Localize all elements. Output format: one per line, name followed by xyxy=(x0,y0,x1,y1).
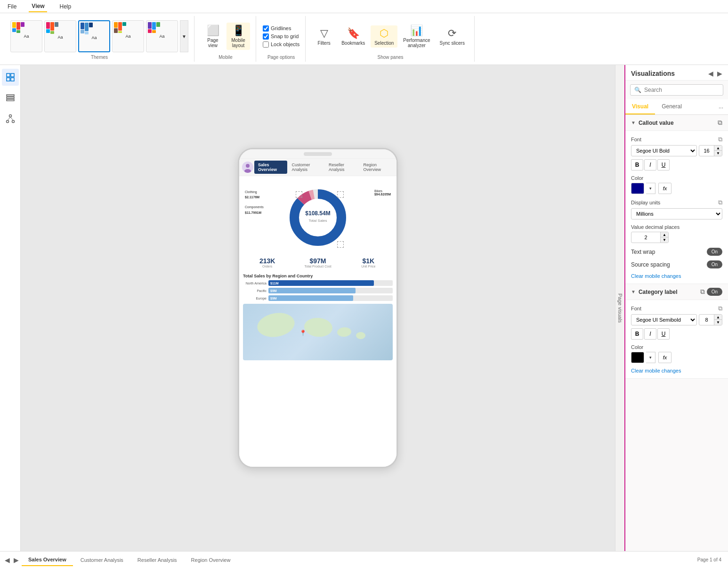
page-view-button[interactable]: ⬜ Pageview xyxy=(201,23,225,50)
tab-prev-btn[interactable]: ◀ xyxy=(3,556,12,564)
tab-next-btn[interactable]: ▶ xyxy=(12,556,21,564)
callout-value-section-header[interactable]: ▼ Callout value ⧉ xyxy=(625,115,728,131)
search-input[interactable] xyxy=(644,87,719,93)
svg-text:$108.54M: $108.54M xyxy=(305,210,330,217)
menu-view[interactable]: View xyxy=(29,1,47,12)
callout-color-swatch[interactable] xyxy=(631,183,644,194)
performance-analyzer-button[interactable]: 📊 Performanceanalyzer xyxy=(399,23,434,50)
callout-text-wrap-row: Text wrap On xyxy=(631,248,722,256)
callout-font-family-select[interactable]: Segoe UI Bold Segoe UI Segoe UI Semibold xyxy=(631,145,697,156)
selection-handle-tl xyxy=(296,191,302,198)
category-italic-btn[interactable]: I xyxy=(644,328,656,340)
callout-color-fx-btn[interactable]: fx xyxy=(658,183,671,194)
menu-help[interactable]: Help xyxy=(57,1,74,12)
lock-objects-checkbox[interactable]: Lock objects xyxy=(263,41,299,48)
kpi-orders-label: Orders xyxy=(244,265,291,268)
report-nav-tabs: Sales Overview Customer Analysis Reselle… xyxy=(254,161,394,174)
nav-tab-reseller-analysis[interactable]: Reseller Analysis xyxy=(325,161,359,174)
lock-objects-input[interactable] xyxy=(263,41,269,48)
left-nav-model-icon[interactable] xyxy=(2,110,19,127)
category-font-size-up[interactable]: ▲ xyxy=(714,315,722,320)
panel-expand-btn[interactable]: ▶ xyxy=(717,70,722,77)
themes-more-button[interactable]: ▼ xyxy=(180,20,188,52)
panel-header-actions: ◀ ▶ xyxy=(708,70,722,77)
page-visuals-tab[interactable]: Page visuals xyxy=(615,65,624,551)
phone-content: Sales Overview Customer Analysis Reselle… xyxy=(239,159,396,467)
category-font-copy-icon[interactable]: ⧉ xyxy=(718,305,722,312)
theme-item-3[interactable]: Aa xyxy=(78,20,110,52)
bottom-tab-reseller-analysis[interactable]: Reseller Analysis xyxy=(131,554,184,566)
callout-value-title: Callout value xyxy=(639,120,718,126)
callout-decimal-up[interactable]: ▲ xyxy=(661,232,668,237)
category-color-swatch[interactable] xyxy=(631,352,644,363)
nav-tab-customer-analysis[interactable]: Customer Analysis xyxy=(288,161,324,174)
canvas-area[interactable]: Sales Overview Customer Analysis Reselle… xyxy=(21,65,615,551)
category-label-section-header[interactable]: ▼ Category label ⧉ On xyxy=(625,284,728,300)
filters-icon: ▽ xyxy=(320,27,328,40)
map-pin: 📍 xyxy=(299,330,307,336)
bar-fill-label-north-america: $11M xyxy=(270,282,279,285)
category-label-toggle-label: On xyxy=(712,289,718,294)
left-nav-data-icon[interactable] xyxy=(2,89,19,106)
mobile-layout-button[interactable]: 📱 Mobilelayout xyxy=(226,23,250,50)
panel-collapse-btn[interactable]: ◀ xyxy=(708,70,713,77)
category-font-size-input[interactable] xyxy=(699,316,714,324)
callout-color-dropdown[interactable]: ▾ xyxy=(646,183,655,194)
callout-font-copy-icon[interactable]: ⧉ xyxy=(718,136,722,143)
snap-to-grid-input[interactable] xyxy=(263,33,269,40)
filters-button[interactable]: ▽ Filters xyxy=(312,25,336,48)
category-color-fx-btn[interactable]: fx xyxy=(658,352,671,363)
callout-decimal-places-label: Value decimal places xyxy=(631,224,722,230)
tab-visual[interactable]: Visual xyxy=(625,99,655,114)
callout-font-size-input[interactable] xyxy=(699,146,714,155)
callout-bold-btn[interactable]: B xyxy=(631,159,643,170)
callout-underline-btn[interactable]: U xyxy=(657,159,670,170)
tab-general[interactable]: General xyxy=(655,99,688,114)
bookmarks-button[interactable]: 🔖 Bookmarks xyxy=(338,25,369,48)
left-nav xyxy=(0,65,21,551)
callout-italic-btn[interactable]: I xyxy=(644,159,656,170)
theme-item-2[interactable]: Aa xyxy=(44,20,76,52)
category-label-toggle[interactable]: On xyxy=(707,288,722,296)
callout-font-label: Font ⧉ xyxy=(631,136,722,143)
category-font-size-down[interactable]: ▼ xyxy=(714,320,722,325)
category-label-copy-icon[interactable]: ⧉ xyxy=(700,288,705,296)
gridlines-checkbox[interactable]: Gridlines xyxy=(263,25,299,32)
bottom-tab-customer-analysis[interactable]: Customer Analysis xyxy=(74,554,130,566)
callout-text-wrap-toggle[interactable]: On xyxy=(707,248,722,256)
bottom-tab-sales-overview[interactable]: Sales Overview xyxy=(22,554,73,566)
callout-decimal-places-input[interactable] xyxy=(631,233,660,242)
themes-label: Themes xyxy=(91,55,108,62)
bar-fill-north-america: $11M xyxy=(268,280,374,286)
theme-item-4[interactable]: Aa xyxy=(112,20,144,52)
left-nav-report-icon[interactable] xyxy=(2,69,19,86)
theme-item-5[interactable]: Aa xyxy=(146,20,178,52)
report-nav: Sales Overview Customer Analysis Reselle… xyxy=(239,159,396,176)
callout-decimal-down[interactable]: ▼ xyxy=(661,237,668,243)
callout-clear-mobile-link[interactable]: Clear mobile changes xyxy=(631,273,722,279)
snap-to-grid-checkbox[interactable]: Snap to grid xyxy=(263,33,299,40)
callout-source-spacing-toggle[interactable]: On xyxy=(707,260,722,268)
menu-file[interactable]: File xyxy=(5,1,19,12)
callout-display-units-select[interactable]: Millions Billions Thousands Auto xyxy=(631,208,722,219)
bar-fill-pacific: $9M xyxy=(268,288,356,293)
callout-font-size-down[interactable]: ▼ xyxy=(714,151,722,156)
theme-item-1[interactable]: Aa xyxy=(10,20,42,52)
tab-more[interactable]: ... xyxy=(714,99,728,114)
svg-point-8 xyxy=(6,121,8,123)
category-bold-btn[interactable]: B xyxy=(631,328,643,340)
category-clear-mobile-link[interactable]: Clear mobile changes xyxy=(631,368,722,373)
category-color-dropdown[interactable]: ▾ xyxy=(646,352,655,363)
bottom-tab-region-overview[interactable]: Region Overview xyxy=(185,554,237,566)
page-view-icon: ⬜ xyxy=(207,24,219,37)
callout-font-size-up[interactable]: ▲ xyxy=(714,146,722,151)
gridlines-input[interactable] xyxy=(263,25,269,32)
sync-slicers-button[interactable]: ⟳ Sync slicers xyxy=(436,25,469,48)
selection-button[interactable]: ⬡ Selection xyxy=(371,25,397,48)
nav-tab-sales-overview[interactable]: Sales Overview xyxy=(254,161,287,174)
nav-tab-region-overview[interactable]: Region Overview xyxy=(359,161,394,174)
category-underline-btn[interactable]: U xyxy=(657,328,670,340)
callout-value-copy-icon[interactable]: ⧉ xyxy=(718,119,722,127)
callout-display-units-copy-icon[interactable]: ⧉ xyxy=(718,199,722,206)
category-font-family-select[interactable]: Segoe UI Semibold Segoe UI Segoe UI Bold xyxy=(631,314,697,325)
